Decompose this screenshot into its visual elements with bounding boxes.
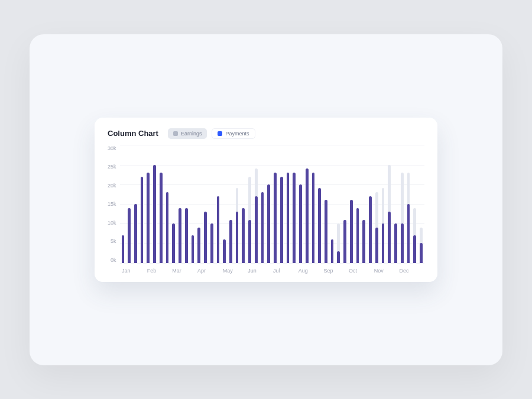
chart-header: Column Chart Earnings Payments [108, 128, 424, 139]
bar-slot [153, 145, 157, 263]
bar-slot [267, 145, 271, 263]
bar-payments [210, 223, 213, 262]
bar-payments [337, 251, 340, 263]
bar-payments [192, 235, 194, 262]
bar-payments [172, 223, 175, 262]
chart-title: Column Chart [108, 129, 158, 138]
bar-payments [255, 196, 258, 263]
bar-payments [369, 196, 372, 263]
bar-slot [286, 145, 290, 263]
bar-slot [356, 145, 360, 263]
y-tick: 25k [108, 164, 116, 170]
bar-payments [325, 200, 327, 262]
bar-slot [362, 145, 366, 263]
bar-payments [293, 173, 296, 263]
chart-legend: Earnings Payments [168, 128, 255, 139]
legend-swatch-icon [173, 131, 178, 136]
bar-slot [317, 145, 322, 263]
legend-item-earnings[interactable]: Earnings [168, 128, 207, 139]
bar-slot [216, 145, 220, 263]
x-axis: Jan Feb Mar Apr May Jun Jul Aug Sep Oct … [122, 268, 424, 274]
x-tick: Aug [299, 268, 324, 274]
bar-payments [185, 208, 188, 263]
bar-slot [159, 145, 163, 263]
bar-slot [368, 145, 372, 263]
bar-slot [191, 145, 195, 263]
bar-payments [122, 235, 125, 262]
bar-payments [267, 184, 270, 263]
x-tick: Jun [248, 268, 273, 274]
bar-payments [401, 223, 404, 262]
x-tick: Nov [374, 268, 400, 274]
bar-payments [407, 204, 410, 263]
bar-slot [210, 145, 214, 263]
bar-payments [166, 192, 169, 262]
bar-payments [394, 223, 397, 262]
y-tick: 5k [108, 239, 116, 244]
bar-payments [204, 212, 207, 262]
bar-slot [261, 145, 265, 263]
bar-slot [394, 145, 398, 263]
chart-card: Column Chart Earnings Payments 30k 25k 2… [95, 118, 437, 282]
bar-slot [280, 145, 284, 263]
legend-item-payments[interactable]: Payments [212, 128, 255, 139]
bar-slot [407, 145, 411, 263]
bar-payments [242, 208, 245, 263]
x-tick: Oct [349, 268, 374, 274]
bar-slot [197, 145, 201, 263]
legend-label: Payments [225, 131, 249, 137]
bar-payments [179, 208, 181, 263]
bar-slot [349, 145, 353, 263]
plot-wrap: 30k 25k 20k 15k 10k 5k 0k [108, 145, 424, 263]
bar-payments [223, 239, 226, 263]
bar-payments [382, 223, 385, 262]
bar-payments [420, 243, 423, 262]
y-axis: 30k 25k 20k 15k 10k 5k 0k [108, 145, 116, 263]
bar-payments [312, 173, 315, 263]
x-tick: Jan [122, 268, 147, 274]
bar-payments [331, 239, 334, 263]
bar-payments [306, 168, 309, 262]
bar-payments [274, 173, 277, 263]
bar-payments [261, 192, 264, 262]
bar-payments [153, 165, 156, 263]
bar-slot [248, 145, 252, 263]
y-tick: 15k [108, 202, 116, 207]
bar-slot [254, 145, 258, 263]
plot-area [120, 145, 424, 263]
x-tick: Apr [197, 268, 223, 274]
bar-slot [203, 145, 207, 263]
bar-payments [141, 177, 144, 263]
bar-slot [387, 145, 391, 263]
bar-payments [217, 196, 220, 263]
bar-slot [324, 145, 328, 263]
bar-group [120, 145, 424, 263]
y-tick: 30k [108, 146, 116, 151]
bar-payments [197, 228, 200, 263]
bar-payments [375, 228, 378, 263]
bar-slot [292, 145, 296, 263]
y-tick: 0k [108, 258, 116, 263]
legend-swatch-icon [218, 131, 222, 136]
bar-payments [343, 220, 346, 263]
bar-slot [140, 145, 144, 263]
x-tick: Dec [399, 268, 424, 274]
bar-slot [171, 145, 176, 263]
gridline [120, 263, 424, 264]
bar-payments [413, 235, 416, 262]
bar-slot [273, 145, 277, 263]
bar-payments [362, 220, 365, 263]
bar-slot [222, 145, 226, 263]
x-tick: May [223, 268, 248, 274]
bar-slot [375, 145, 379, 263]
bar-slot [241, 145, 245, 263]
bar-payments [248, 220, 251, 263]
bar-payments [287, 173, 290, 263]
bar-slot [305, 145, 309, 263]
bar-payments [134, 204, 137, 263]
bar-slot [178, 145, 182, 263]
bar-payments [128, 208, 131, 263]
y-tick: 20k [108, 183, 116, 189]
bar-payments [236, 212, 239, 262]
bar-slot [336, 145, 340, 263]
